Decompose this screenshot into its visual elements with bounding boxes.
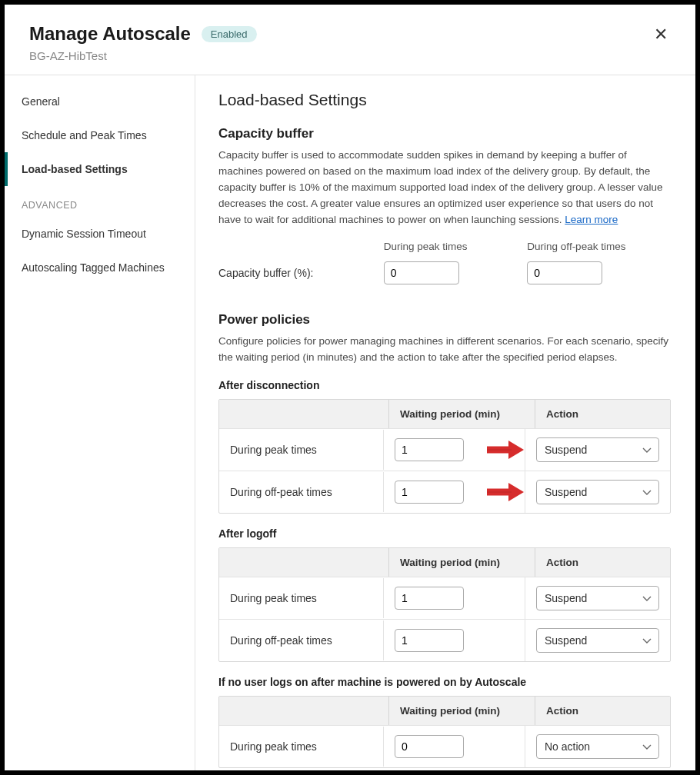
sidebar-section-advanced: ADVANCED	[5, 186, 195, 217]
content-pane: Load-based Settings Capacity buffer Capa…	[195, 75, 695, 770]
row-label: During peak times	[219, 584, 383, 613]
policy-table: Waiting period (min)ActionDuring peak ti…	[218, 696, 671, 768]
sidebar-item[interactable]: Schedule and Peak Times	[5, 118, 195, 152]
status-badge: Enabled	[202, 26, 257, 42]
waiting-period-input[interactable]	[395, 438, 464, 461]
sidebar-item[interactable]: General	[5, 85, 195, 118]
peak-column-label: During peak times	[384, 241, 528, 252]
page-subtitle: BG-AZ-HibTest	[29, 49, 257, 62]
sidebar: GeneralSchedule and Peak TimesLoad-based…	[5, 75, 195, 770]
action-select[interactable]: Suspend	[536, 628, 659, 653]
sidebar-item[interactable]: Autoscaling Tagged Machines	[5, 251, 195, 284]
policy-table: Waiting period (min)ActionDuring peak ti…	[218, 399, 671, 514]
power-policies-heading: Power policies	[218, 312, 671, 328]
section-title: Load-based Settings	[218, 91, 671, 109]
waiting-period-input[interactable]	[395, 587, 464, 610]
close-button[interactable]: ✕	[651, 23, 671, 46]
chevron-down-icon	[642, 638, 651, 644]
action-select[interactable]: Suspend	[536, 437, 659, 462]
sidebar-item[interactable]: Load-based Settings	[5, 152, 195, 186]
row-label: During off-peak times	[219, 626, 383, 655]
row-label: During peak times	[219, 732, 383, 761]
action-select-value: Suspend	[545, 486, 587, 498]
learn-more-link[interactable]: Learn more	[565, 214, 618, 225]
chevron-down-icon	[642, 447, 651, 453]
close-icon: ✕	[654, 25, 668, 44]
action-select[interactable]: Suspend	[536, 586, 659, 610]
policy-group-title: After logoff	[218, 527, 671, 540]
chevron-down-icon	[642, 596, 651, 601]
capacity-buffer-heading: Capacity buffer	[218, 126, 671, 141]
offpeak-column-label: During off-peak times	[527, 241, 671, 252]
col-waiting-header: Waiting period (min)	[388, 548, 535, 577]
col-waiting-header: Waiting period (min)	[388, 400, 535, 428]
action-select[interactable]: Suspend	[536, 480, 659, 504]
action-select[interactable]: No action	[536, 734, 659, 759]
chevron-down-icon	[642, 490, 651, 495]
power-policies-description: Configure policies for power managing ma…	[218, 334, 671, 366]
col-action-header: Action	[535, 697, 670, 725]
table-row: During off-peak timesSuspend	[219, 619, 670, 661]
action-select-value: Suspend	[545, 592, 587, 604]
col-waiting-header: Waiting period (min)	[388, 697, 535, 725]
table-row: During peak timesSuspend	[219, 428, 670, 471]
table-row: During peak timesNo action	[219, 725, 670, 767]
action-select-value: Suspend	[545, 634, 587, 647]
waiting-period-input[interactable]	[395, 629, 464, 652]
col-action-header: Action	[535, 548, 670, 577]
col-action-header: Action	[535, 400, 670, 428]
policy-table: Waiting period (min)ActionDuring peak ti…	[218, 547, 671, 662]
policy-group-title: If no user logs on after machine is powe…	[218, 676, 671, 688]
capacity-buffer-offpeak-input[interactable]	[527, 261, 602, 284]
action-select-value: Suspend	[545, 444, 587, 456]
dialog-header: Manage Autoscale Enabled BG-AZ-HibTest ✕	[5, 5, 695, 75]
table-row: During off-peak timesSuspend	[219, 471, 670, 513]
sidebar-item[interactable]: Dynamic Session Timeout	[5, 217, 195, 251]
capacity-buffer-peak-input[interactable]	[384, 261, 459, 284]
row-label: During peak times	[219, 435, 383, 464]
action-select-value: No action	[545, 740, 590, 753]
chevron-down-icon	[642, 744, 651, 750]
waiting-period-input[interactable]	[395, 481, 464, 504]
capacity-buffer-row-label: Capacity buffer (%):	[218, 267, 384, 279]
waiting-period-input[interactable]	[395, 735, 464, 758]
page-title: Manage Autoscale	[29, 23, 191, 45]
policy-group-title: After disconnection	[218, 379, 671, 391]
capacity-buffer-description: Capacity buffer is used to accommodate s…	[218, 148, 671, 228]
row-label: During off-peak times	[219, 477, 383, 507]
table-row: During peak timesSuspend	[219, 577, 670, 619]
